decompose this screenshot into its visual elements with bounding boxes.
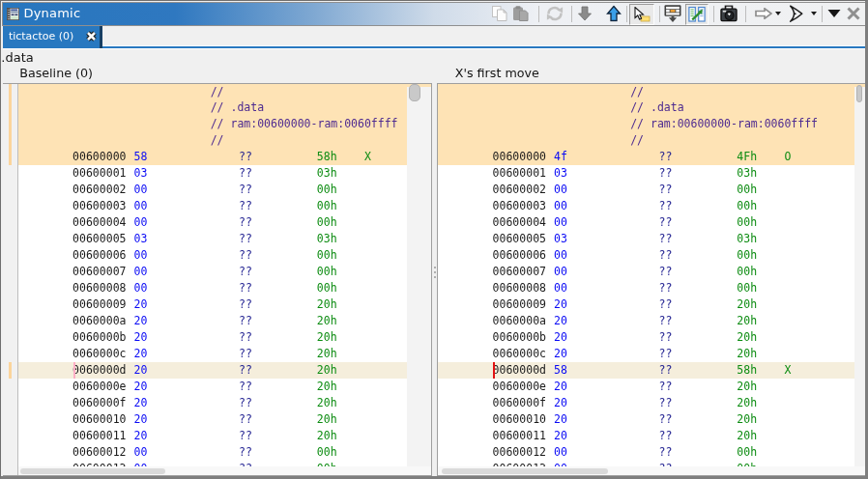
field-byte[interactable]: 03 <box>554 165 567 182</box>
field-addr[interactable]: 00600011 <box>493 428 546 444</box>
goto-arrow-dropdown-caret[interactable] <box>775 12 781 15</box>
field-val[interactable]: 20h <box>317 296 337 313</box>
capture-snapshot-button[interactable] <box>719 4 738 23</box>
field-addr[interactable]: 00600000 <box>493 149 546 165</box>
vertical-scrollbar-thumb[interactable] <box>856 85 863 102</box>
field-mnem[interactable]: ?? <box>659 280 673 296</box>
listing-row[interactable]: 0060000700??00h <box>18 264 407 280</box>
listing-row[interactable]: 0060001020??20h <box>438 411 854 428</box>
listing-row[interactable]: 0060000a20??20h <box>438 313 854 329</box>
listing-row[interactable]: 0060000800??00h <box>438 280 854 296</box>
field-addr[interactable]: 0060000d <box>72 362 126 379</box>
field-byte[interactable]: 00 <box>134 214 148 231</box>
field-mnem[interactable]: ?? <box>239 428 252 444</box>
field-val[interactable]: 03h <box>737 165 757 182</box>
listing-row[interactable]: 0060000503??03h <box>438 231 854 247</box>
field-byte[interactable]: 00 <box>134 198 148 214</box>
listing-row[interactable]: 0060000c20??20h <box>438 346 854 362</box>
field-addr[interactable]: 00600012 <box>493 444 546 461</box>
listing-content[interactable]: //// .data// ram:00600000-ram:0060ffff//… <box>438 84 854 467</box>
field-addr[interactable]: 00600005 <box>72 231 126 247</box>
field-mnem[interactable]: ?? <box>659 428 673 444</box>
field-val[interactable]: 20h <box>737 411 757 428</box>
field-addr[interactable]: 0060000e <box>72 379 126 395</box>
close-panel-button[interactable] <box>844 4 863 23</box>
field-addr[interactable]: 00600001 <box>72 165 126 182</box>
vertical-scrollbar[interactable] <box>407 84 431 476</box>
field-addr[interactable]: 00600006 <box>72 247 126 264</box>
field-byte[interactable]: 20 <box>134 428 148 444</box>
field-mnem[interactable]: ?? <box>239 182 252 198</box>
field-mnem[interactable]: ?? <box>239 198 252 214</box>
field-mnem[interactable]: ?? <box>239 214 252 231</box>
field-byte[interactable]: 00 <box>554 182 567 198</box>
field-val[interactable]: 00h <box>317 182 337 198</box>
field-addr[interactable]: 00600007 <box>493 264 546 280</box>
field-val[interactable]: 20h <box>317 411 337 428</box>
listing-row[interactable]: 0060001020??20h <box>18 411 407 428</box>
field-addr[interactable]: 00600010 <box>493 411 546 428</box>
listing-row[interactable]: 0060001120??20h <box>18 428 407 444</box>
field-val[interactable]: 00h <box>737 182 757 198</box>
field-mnem[interactable]: ?? <box>239 280 252 296</box>
field-addr[interactable]: 00600006 <box>493 247 546 264</box>
listing-row[interactable]: 0060000503??03h <box>18 231 407 247</box>
field-val[interactable]: 00h <box>737 247 757 264</box>
field-ascii[interactable]: X <box>785 362 792 379</box>
horizontal-scrollbar-thumb[interactable] <box>442 468 609 474</box>
goto-arrow-button[interactable] <box>754 4 773 23</box>
field-byte[interactable]: 00 <box>554 214 567 231</box>
field-byte[interactable]: 03 <box>554 231 567 247</box>
field-byte[interactable]: 00 <box>554 264 567 280</box>
field-mnem[interactable]: ?? <box>239 296 252 313</box>
paste-button[interactable] <box>511 4 531 23</box>
field-mnem[interactable]: ?? <box>239 444 252 461</box>
field-val[interactable]: 03h <box>737 231 757 247</box>
field-val[interactable]: 00h <box>737 198 757 214</box>
field-addr[interactable]: 0060000c <box>493 346 546 362</box>
field-addr[interactable]: 0060000e <box>493 379 546 395</box>
field-val[interactable]: 20h <box>737 379 757 395</box>
field-byte[interactable]: 00 <box>554 247 567 264</box>
field-byte[interactable]: 00 <box>134 280 148 296</box>
field-val[interactable]: 03h <box>317 165 337 182</box>
field-val[interactable]: 00h <box>737 280 757 296</box>
field-val[interactable]: 20h <box>737 296 757 313</box>
title-bar[interactable]: Dynamic <box>2 2 866 26</box>
field-val[interactable]: 20h <box>737 329 757 346</box>
listing-row[interactable]: 0060000400??00h <box>18 214 407 231</box>
listing-row[interactable]: 0060000b20??20h <box>18 329 407 346</box>
track-pc-button[interactable] <box>786 4 805 23</box>
listing-row[interactable]: 0060001200??00h <box>438 444 854 461</box>
field-mnem[interactable]: ?? <box>659 149 673 165</box>
read-memory-button[interactable] <box>662 4 683 23</box>
field-mnem[interactable]: ?? <box>659 411 673 428</box>
field-val[interactable]: 00h <box>737 214 757 231</box>
field-addr[interactable]: 0060000a <box>493 313 546 329</box>
track-pc-dropdown-caret[interactable] <box>811 12 817 15</box>
field-mnem[interactable]: ?? <box>239 247 252 264</box>
field-mnem[interactable]: ?? <box>659 362 673 379</box>
listing-row[interactable]: 0060000920??20h <box>438 296 854 313</box>
field-byte[interactable]: 20 <box>554 296 567 313</box>
field-val[interactable]: 00h <box>317 264 337 280</box>
field-byte[interactable]: 4f <box>554 149 567 165</box>
field-addr[interactable]: 00600003 <box>72 198 126 214</box>
field-addr[interactable]: 00600001 <box>493 165 546 182</box>
field-val[interactable]: 03h <box>317 231 337 247</box>
field-val[interactable]: 00h <box>317 444 337 461</box>
field-mnem[interactable]: ?? <box>239 362 252 379</box>
field-addr[interactable]: 00600009 <box>493 296 546 313</box>
field-addr[interactable]: 00600004 <box>493 214 546 231</box>
listing-row[interactable]: 0060000d58??58hX <box>438 362 854 379</box>
listing-row[interactable]: 0060000400??00h <box>438 214 854 231</box>
field-addr[interactable]: 0060000c <box>72 346 126 362</box>
field-val[interactable]: 20h <box>317 346 337 362</box>
navigate-down-button[interactable] <box>575 4 594 23</box>
field-val[interactable]: 00h <box>317 214 337 231</box>
field-byte[interactable]: 20 <box>134 411 148 428</box>
field-mnem[interactable]: ?? <box>659 379 673 395</box>
field-mnem[interactable]: ?? <box>659 231 673 247</box>
field-val[interactable]: 20h <box>317 379 337 395</box>
field-val[interactable]: 58h <box>737 362 757 379</box>
